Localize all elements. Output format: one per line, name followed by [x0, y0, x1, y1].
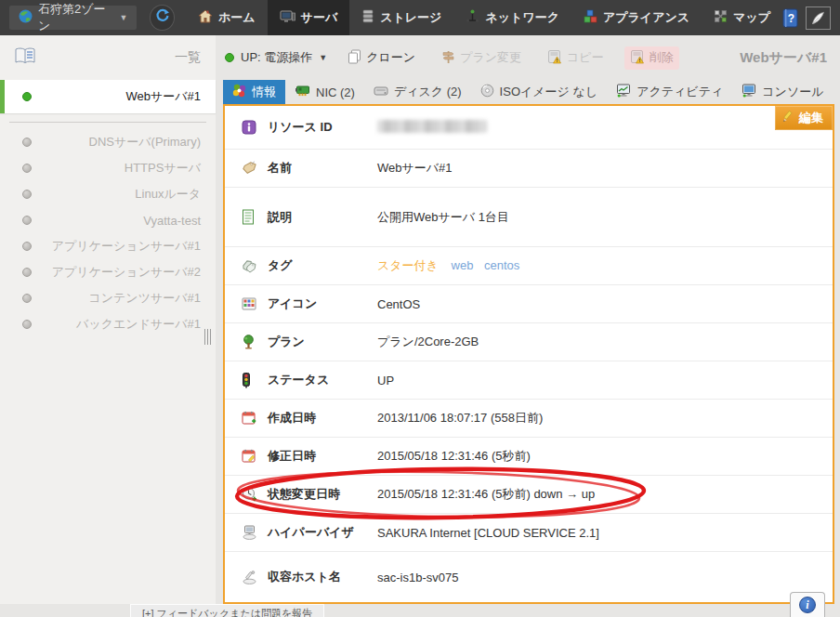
field-value: Webサーバ#1 [377, 160, 453, 177]
sidebar-resize-grip[interactable] [204, 329, 213, 345]
feedback-label: [+] フィードバックまたは問題を報告 [142, 608, 312, 617]
server-name: DNSサーバ(Primary) [89, 134, 202, 151]
app-body: 一覧 Webサーバ#1 DNSサーバ(Primary) HTTPSサーバ Lin… [0, 35, 840, 604]
power-status-label: UP: 電源操作 [241, 49, 312, 66]
status-down-dot [22, 138, 32, 147]
chevron-down-icon: ▼ [319, 53, 327, 62]
console-monitor-icon [742, 84, 756, 100]
feedback-link[interactable]: [+] フィードバックまたは問題を報告 [130, 604, 324, 617]
status-down-dot [22, 242, 32, 251]
nav-item-map[interactable]: マップ [702, 0, 782, 35]
activity-monitor-icon [616, 84, 631, 100]
power-operations-button[interactable]: UP: 電源操作 ▼ [225, 49, 327, 66]
sidebar-header: 一覧 [0, 35, 216, 80]
tab-disk[interactable]: ディスク (2) [364, 80, 471, 104]
info-row-resource-id: リソース ID [225, 106, 833, 149]
calendar-add-icon [242, 411, 260, 427]
feedback-quill-button[interactable] [806, 7, 831, 30]
field-label: 説明 [268, 209, 377, 226]
field-value: 2013/11/06 18:07:17 (558日前) [377, 410, 543, 427]
sidebar-item-https-server[interactable]: HTTPSサーバ [0, 155, 216, 181]
sidebar-item-app-server2[interactable]: アプリケーションサーバ#2 [0, 259, 216, 285]
svg-text:!: ! [557, 58, 558, 63]
clock-add-icon [242, 487, 260, 503]
sidebar-item-backend-server1[interactable]: バックエンドサーバ#1 [0, 311, 216, 337]
info-row-host-name: 収容ホスト名 sac-is1b-sv075 [225, 551, 833, 602]
sidebar-item-linux-router[interactable]: Linuxルータ [0, 181, 216, 207]
copy-button[interactable]: ! コピー [542, 46, 610, 70]
storage-icon [361, 9, 374, 26]
info-pinwheel-icon [232, 84, 246, 100]
nav-item-home[interactable]: ホーム [186, 0, 268, 35]
field-label: 修正日時 [268, 448, 377, 465]
sidebar-divider [9, 122, 206, 123]
info-row-plan: プラン プラン/2Core-2GB [225, 322, 833, 361]
zone-selector[interactable]: 石狩第2ゾーン ▼ [9, 6, 137, 30]
resource-id-icon [242, 120, 260, 135]
nav-item-storage[interactable]: ストレージ [349, 0, 453, 35]
info-row-description: 説明 公開用Webサーバ 1台目 [225, 187, 833, 246]
edit-button[interactable]: 編集 [775, 106, 833, 130]
quill-icon [810, 10, 826, 26]
status-traffic-light-icon [242, 373, 260, 388]
delete-button[interactable]: ! 削除 [624, 46, 679, 70]
sidebar-item-vyatta-test[interactable]: Vyatta-test [0, 207, 216, 233]
sidebar-item-dns-server[interactable]: DNSサーバ(Primary) [0, 129, 216, 155]
info-icon: i [799, 597, 816, 613]
sidebar-item-content-server1[interactable]: コンテンツサーバ#1 [0, 285, 216, 311]
list-icon[interactable] [15, 47, 35, 69]
tab-iso-image[interactable]: ISOイメージ なし [471, 80, 608, 104]
field-label: プラン [268, 334, 377, 350]
clone-button[interactable]: クローン [342, 46, 421, 70]
status-up-dot [22, 92, 32, 101]
info-row-hypervisor: ハイパーバイザ SAKURA Internet [CLOUD SERVICE 2… [225, 513, 833, 551]
field-value: UP [377, 374, 394, 387]
nav-item-network[interactable]: ネットワーク [453, 0, 571, 35]
pencil-icon [782, 111, 794, 125]
tab-console[interactable]: コンソール [732, 80, 833, 104]
tab-info[interactable]: 情報 [223, 80, 285, 104]
tag-web[interactable]: web [452, 258, 474, 272]
sidebar-item-app-server1[interactable]: アプリケーションサーバ#1 [0, 233, 216, 259]
hypervisor-icon [242, 525, 260, 540]
zone-label: 石狩第2ゾーン [38, 1, 112, 34]
field-value: 2015/05/18 12:31:46 (5秒前) down → up [377, 486, 595, 503]
server-name: コンテンツサーバ#1 [88, 290, 201, 307]
server-name: アプリケーションサーバ#2 [52, 264, 201, 281]
tab-label: アクティビティ [637, 84, 723, 100]
field-label: リソース ID [268, 119, 377, 136]
sidebar-item-webserver1[interactable]: Webサーバ#1 [0, 80, 216, 113]
tags-value: スター付き web centos [377, 257, 527, 274]
field-label: ステータス [268, 372, 377, 388]
nav-label: マップ [733, 9, 770, 26]
status-down-dot [22, 320, 32, 329]
calendar-edit-icon [242, 449, 260, 465]
nav-label: ストレージ [380, 9, 441, 26]
info-fab-button[interactable]: i [790, 592, 825, 617]
nav-item-appliance[interactable]: アプライアンス [571, 0, 702, 35]
tag-centos[interactable]: centos [484, 258, 519, 272]
nic-icon [295, 85, 310, 99]
tab-activity[interactable]: アクティビティ [607, 80, 732, 104]
plan-tree-icon [242, 335, 260, 349]
status-down-dot [22, 190, 32, 199]
server-name: HTTPSサーバ [125, 160, 201, 177]
disk-icon [374, 85, 388, 99]
help-button[interactable]: ? [782, 8, 798, 28]
field-label: 作成日時 [268, 410, 377, 427]
field-label: 状態変更日時 [268, 486, 377, 503]
cd-icon [480, 84, 494, 100]
tag-star[interactable]: スター付き [377, 258, 439, 272]
nav-item-server[interactable]: サーバ [268, 0, 350, 35]
info-row-icon: アイコン CentOS [225, 284, 833, 322]
tab-label: NIC (2) [316, 85, 355, 99]
refresh-button[interactable] [150, 5, 175, 31]
redacted-block [377, 120, 487, 133]
server-name: Linuxルータ [135, 186, 201, 203]
plan-change-button[interactable]: プラン変更 [436, 46, 527, 70]
copy-label: コピー [567, 49, 604, 66]
tags-icon [242, 259, 260, 273]
power-status-dot [225, 53, 234, 62]
info-row-created-at: 作成日時 2013/11/06 18:07:17 (558日前) [225, 399, 833, 437]
tab-nic[interactable]: NIC (2) [285, 80, 364, 104]
